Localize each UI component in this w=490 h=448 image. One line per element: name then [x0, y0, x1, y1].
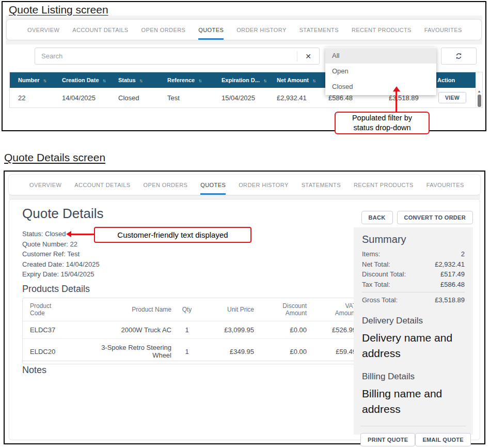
column-label: Discount Amount [277, 302, 307, 317]
customer-ref-line: Customer Ref: Test [22, 249, 100, 259]
cell-product-code: ELDC37 [30, 326, 91, 334]
delivery-address-text: Delivery name and address [362, 330, 465, 361]
sort-icon[interactable]: ↑↓ [263, 78, 266, 83]
summary-row-net-total: Net Total: £2,932.41 [362, 259, 465, 270]
annotation-text: status drop-down [336, 123, 429, 133]
annotation-text: Populated filter by [336, 113, 429, 123]
divider [360, 426, 466, 426]
product-row: ELDC37 2000W Truck AC 1 £3,099.95 £0.00 … [23, 321, 360, 338]
annotation-text: Customer-friendly text displayed [95, 228, 250, 242]
scroll-up-arrow-icon[interactable]: ▲ [478, 89, 481, 94]
tab-open-orders[interactable]: OPEN ORDERS [144, 175, 188, 195]
refresh-icon [455, 52, 463, 60]
column-header-qty: Qty [173, 306, 200, 313]
tab-overview[interactable]: OVERVIEW [27, 20, 59, 40]
summary-value: 2 [461, 249, 465, 259]
summary-value: £3,518.89 [435, 295, 465, 305]
back-button[interactable]: BACK [361, 211, 393, 224]
cell-creation-date: 14/04/2025 [54, 94, 110, 102]
column-label: Action [437, 77, 455, 83]
cell-vat-amount: £59.49 [309, 348, 356, 356]
convert-to-order-button[interactable]: CONVERT TO ORDER [397, 211, 473, 224]
view-button[interactable]: VIEW [438, 92, 466, 103]
annotation-arrow-line [396, 91, 397, 112]
cell-qty: 1 [173, 348, 200, 356]
tab-quotes[interactable]: QUOTES [200, 175, 226, 195]
product-row: ELDC20 3-Spoke Retro Steering Wheel 1 £3… [23, 338, 360, 364]
page-title: Quote Details [22, 206, 104, 222]
annotation-arrow-line [71, 234, 94, 235]
scrollbar-thumb[interactable] [478, 95, 481, 107]
products-details-heading: Products Details [22, 284, 90, 295]
column-label: Expiration D... [222, 77, 260, 83]
created-date-line: Created Date: 14/04/2025 [22, 259, 100, 270]
sort-icon[interactable]: ↑↓ [312, 78, 315, 83]
column-header-product-code: Product Code [30, 302, 91, 317]
summary-row-gross-total: Gross Total: £3,518.89 [362, 292, 465, 305]
cell-reference: Test [159, 94, 213, 102]
tab-open-orders[interactable]: OPEN ORDERS [141, 20, 186, 40]
section-title-quote-listing: Quote Listing screen [9, 4, 108, 16]
column-header-expiration-date: Expiration D...↑↓ [213, 77, 268, 83]
tab-account-details[interactable]: ACCOUNT DETAILS [72, 20, 128, 40]
search-input[interactable] [35, 52, 297, 60]
clear-search-icon[interactable]: ✕ [297, 52, 319, 60]
delivery-details-heading: Delivery Details [362, 316, 465, 326]
tab-order-history[interactable]: ORDER HISTORY [236, 20, 286, 40]
tab-quotes[interactable]: QUOTES [198, 20, 224, 40]
tab-account-details[interactable]: ACCOUNT DETAILS [74, 175, 130, 195]
header-actions: BACK CONVERT TO ORDER [361, 211, 473, 224]
expiry-date-line: Expiry Date: 15/04/2025 [22, 269, 100, 280]
tab-recent-products[interactable]: RECENT PRODUCTS [354, 175, 414, 195]
cell-discount-amount: £0.00 [256, 326, 307, 334]
cell-product-name: 2000W Truck AC [93, 326, 171, 334]
cell-product-code: ELDC20 [30, 348, 91, 356]
sort-icon[interactable]: ↑↓ [103, 78, 105, 83]
refresh-button[interactable] [441, 48, 477, 65]
column-label: Number [18, 77, 40, 83]
quote-details-screenshot: OVERVIEW ACCOUNT DETAILS OPEN ORDERS QUO… [4, 171, 485, 444]
dropdown-option-open[interactable]: Open [325, 64, 436, 79]
column-header-creation-date: Creation Date↑↓ [54, 77, 110, 83]
tab-overview[interactable]: OVERVIEW [29, 175, 61, 195]
quote-info: Status: Closed Quote Number: 22 Customer… [22, 229, 100, 280]
cell-expiration-date: 15/04/2025 [213, 94, 268, 102]
column-label: Product Code [30, 302, 60, 317]
sort-icon[interactable]: ↑↓ [43, 78, 46, 83]
table-scrollbar[interactable]: ▲ [476, 72, 482, 107]
account-nav-tabs: OVERVIEW ACCOUNT DETAILS OPEN ORDERS QUO… [7, 20, 481, 40]
print-quote-button[interactable]: PRINT QUOTE [360, 433, 415, 446]
sort-icon[interactable]: ↑↓ [139, 78, 142, 83]
quote-footer-actions: PRINT QUOTE EMAIL QUOTE [360, 433, 466, 446]
dropdown-option-closed[interactable]: Closed [325, 79, 436, 95]
summary-label: Items: [362, 249, 380, 259]
annotation-arrow-left [66, 231, 71, 237]
cell-discount-amount: £0.00 [256, 348, 307, 356]
tab-recent-products[interactable]: RECENT PRODUCTS [352, 20, 412, 40]
tab-favourites[interactable]: FAVOURITES [426, 175, 464, 195]
summary-label: Gross Total: [362, 295, 398, 305]
dropdown-option-all[interactable]: All [325, 48, 436, 64]
sort-icon[interactable]: ↑↓ [198, 78, 201, 83]
summary-label: Tax Total: [362, 280, 390, 290]
tab-statements[interactable]: STATEMENTS [299, 20, 339, 40]
tab-statements[interactable]: STATEMENTS [302, 175, 341, 195]
column-label: Net Amount [277, 77, 309, 83]
tab-order-history[interactable]: ORDER HISTORY [239, 175, 288, 195]
billing-address-text: Billing name and address [362, 386, 465, 417]
section-title-quote-details: Quote Details screen [4, 151, 105, 164]
page: Quote Listing screen OVERVIEW ACCOUNT DE… [0, 0, 490, 448]
column-label: Status [118, 77, 136, 83]
tab-favourites[interactable]: FAVOURITES [424, 20, 462, 40]
cell-unit-price: £3,099.95 [202, 326, 254, 334]
column-header-reference: Reference↑↓ [159, 77, 213, 83]
summary-value: £2,932.41 [435, 259, 465, 270]
products-table: Product Code Product Name Qty Unit Price… [22, 298, 360, 364]
divider [22, 361, 360, 361]
summary-label: Net Total: [362, 259, 390, 270]
cell-net-amount: £2,932.41 [268, 94, 320, 102]
column-header-discount-amount: Discount Amount [256, 302, 307, 317]
cell-qty: 1 [173, 326, 200, 334]
email-quote-button[interactable]: EMAIL QUOTE [415, 433, 471, 446]
quote-listing-screenshot: Quote Listing screen OVERVIEW ACCOUNT DE… [2, 1, 486, 131]
